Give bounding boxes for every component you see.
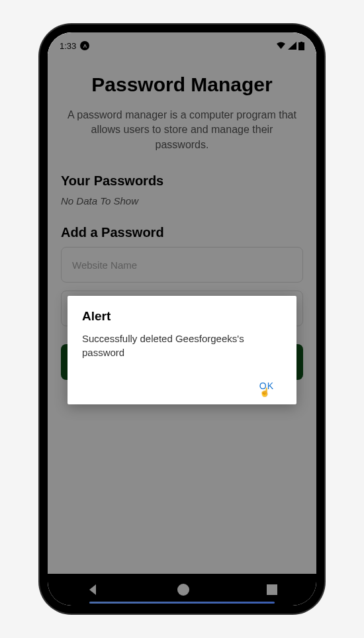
phone-frame: 1:33 Λ Password Manager A password manag… [40,24,324,614]
alert-title: Alert [82,309,282,324]
cursor-icon: ☝ [259,387,271,397]
alert-message: Successfully deleted Geesforgeeks's pass… [82,332,282,359]
screen: 1:33 Λ Password Manager A password manag… [48,32,316,606]
alert-dialog: Alert Successfully deleted Geesforgeeks'… [68,296,296,404]
alert-actions: OK ☝ [82,375,282,396]
alert-ok-button[interactable]: OK ☝ [251,375,282,396]
home-indicator [89,602,275,604]
